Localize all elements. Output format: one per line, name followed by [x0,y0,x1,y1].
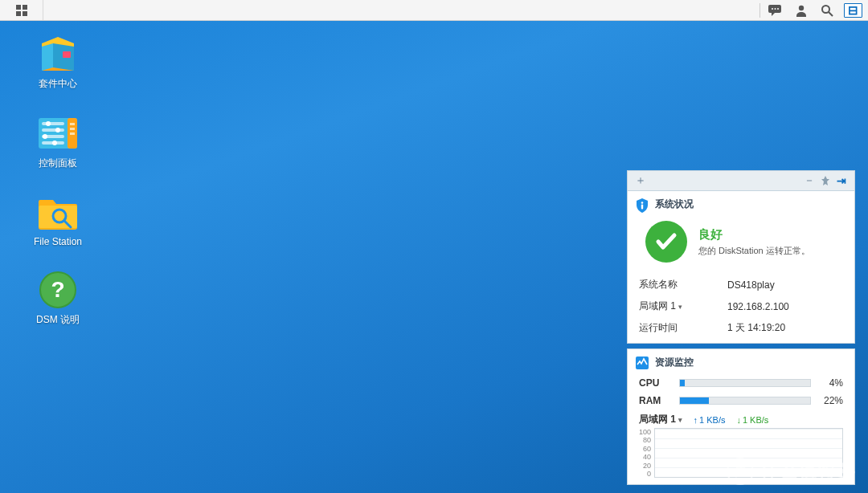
status-ok-icon [645,221,687,263]
lan-label[interactable]: 局域网 1 [639,299,727,313]
svg-rect-14 [42,128,64,132]
dsm-help-icon[interactable]: ? DSM 说明 [26,271,90,327]
svg-point-8 [822,6,829,13]
svg-rect-11 [63,51,71,58]
desktop-icons: 套件中心 控制面板 File Station ? DSM 说明 [26,35,90,327]
net-upload: 1 KB/s [694,415,726,425]
cpu-label: CPU [639,377,679,389]
search-icon[interactable] [815,0,839,21]
watermark-badge-icon: 值 [727,458,754,485]
svg-rect-13 [42,122,64,125]
widget-panel: ＋ － ⇥ 系统状况 良好 您的 DiskStation 运转正常。 系统名称 … [627,170,855,485]
svg-point-4 [772,8,773,10]
svg-point-17 [46,121,51,126]
net-interface-label[interactable]: 局域网 1 [639,413,682,426]
svg-point-20 [52,141,57,145]
svg-rect-22 [70,123,75,125]
system-name-label: 系统名称 [639,278,727,291]
svg-point-6 [777,8,779,10]
lan-value: 192.168.2.100 [727,301,789,312]
svg-point-19 [43,134,47,139]
svg-text:?: ? [51,277,64,302]
svg-point-31 [641,202,644,204]
widget-dock-button[interactable]: ⇥ [833,173,850,189]
svg-point-18 [55,128,60,132]
svg-rect-32 [641,204,643,209]
monitor-icon [636,357,649,369]
system-name-value: DS418play [727,279,775,291]
svg-rect-24 [70,132,75,135]
svg-point-5 [775,8,776,10]
net-download: 1 KB/s [736,415,768,425]
file-station-label: File Station [34,236,82,247]
watermark: 值 什么值得买 [727,458,857,485]
svg-rect-23 [70,128,75,130]
status-word: 良好 [698,227,810,242]
status-subtext: 您的 DiskStation 运转正常。 [698,245,810,257]
widgets-toggle-icon[interactable]: ⊟ [841,0,865,21]
user-icon[interactable] [789,0,813,21]
system-health-title: 系统状况 [655,198,694,211]
main-menu-button[interactable] [0,0,43,20]
widget-add-button[interactable]: ＋ [633,173,649,189]
widget-pin-button[interactable] [817,173,833,189]
svg-rect-0 [16,5,21,10]
system-health-card: 系统状况 良好 您的 DiskStation 运转正常。 系统名称 DS418p… [627,190,855,344]
package-center-label: 套件中心 [39,77,77,91]
svg-point-7 [799,5,804,10]
svg-rect-3 [23,11,27,16]
widget-minimize-button[interactable]: － [801,173,817,189]
control-panel-label: 控制面板 [39,157,77,170]
svg-rect-1 [23,5,27,10]
watermark-text: 什么值得买 [760,459,857,483]
cpu-value: 4% [811,377,843,389]
widget-header: ＋ － ⇥ [627,170,855,191]
ram-value: 22% [811,395,843,406]
cpu-bar [679,379,811,387]
ram-label: RAM [639,395,679,406]
notification-icon[interactable] [764,0,788,21]
package-center-icon[interactable]: 套件中心 [26,35,90,91]
info-icon [636,198,649,211]
svg-line-9 [829,12,833,16]
ram-bar [679,397,811,405]
dsm-help-label: DSM 说明 [36,313,80,327]
resource-title: 资源监控 [655,356,694,369]
control-panel-icon[interactable]: 控制面板 [26,115,90,170]
file-station-icon[interactable]: File Station [26,194,90,247]
uptime-label: 运行时间 [639,321,727,335]
taskbar: ⊟ [0,0,868,21]
uptime-value: 1 天 14:19:20 [727,321,785,335]
svg-rect-2 [16,11,21,16]
